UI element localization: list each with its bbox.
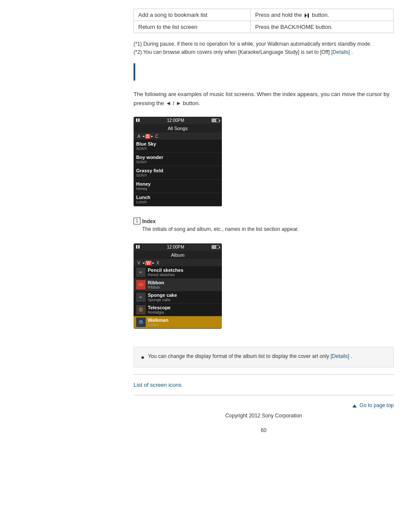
- song-2-title: Boy wonder: [136, 155, 219, 160]
- screen2-wrapper: 12:00PM Album V ◄ W ► X w. Pencil sketch…: [134, 243, 222, 331]
- svg-rect-8: [140, 320, 140, 321]
- callout-description: The initials of song and album, etc., na…: [142, 225, 299, 233]
- horizontal-rule: [134, 374, 394, 375]
- song-4-title: Honey: [136, 181, 219, 187]
- section-blue-bar: [134, 63, 135, 81]
- note-2-details-link[interactable]: [Details]: [331, 49, 350, 55]
- battery-fill-2: [212, 246, 216, 249]
- screen1-song-3: Grassy field SONY: [134, 166, 222, 180]
- screen1-song-1: Blue Sky SONY: [134, 140, 222, 153]
- note-2: (*2) You can browse album covers only wh…: [134, 48, 394, 56]
- tip-details-link[interactable]: [Details]: [330, 353, 349, 359]
- screen2-time: 12:00PM: [167, 245, 184, 249]
- album-thumb-1: w.: [136, 268, 146, 277]
- album-5-title: Walkman: [148, 317, 219, 323]
- album-thumb-2: [136, 280, 146, 289]
- triangle-up-icon: [352, 404, 357, 408]
- section-indicator: [134, 63, 394, 85]
- page-number: 60: [134, 427, 394, 433]
- screen1-wrapper: 12:00PM All Songs A ◄ B ► C 1 Blue Sky S…: [134, 117, 222, 209]
- screen1-song-4: Honey Honey: [134, 180, 222, 193]
- tip-box: ● You can change the display format of t…: [134, 347, 394, 367]
- screen1-index-bar: A ◄ B ► C 1: [134, 133, 222, 140]
- screen1-header: 12:00PM: [134, 117, 222, 124]
- footer-link-row: List of screen icons: [134, 382, 394, 388]
- button-label-prefix: Press and hold the: [255, 12, 302, 18]
- screen1-song-2: Boy wonder SONY: [134, 153, 222, 166]
- copyright-text: Copyright 2012 Sony Corporation: [134, 413, 394, 419]
- album-5-sub: SONY: [148, 323, 219, 327]
- go-to-page-top-link[interactable]: Go to page top: [360, 402, 394, 408]
- arrow-left-2: ◄: [142, 261, 145, 265]
- album-2-title: Ribbon: [148, 280, 219, 285]
- album-2-sub: Ribbon: [148, 285, 219, 289]
- note-1: (*1) During pause, if there is no operat…: [134, 40, 394, 48]
- button-label-suffix: button.: [312, 12, 329, 18]
- svg-rect-1: [308, 13, 309, 18]
- screen1-time: 12:00PM: [167, 118, 184, 123]
- screen2-album-4: Telescope Nostalgia: [134, 304, 222, 316]
- index-b-selected: B: [145, 134, 151, 139]
- table-cell-action: Return to the list screen: [134, 21, 251, 33]
- song-4-artist: Honey: [136, 187, 219, 191]
- svg-rect-2: [138, 283, 143, 286]
- album-4-sub: Nostalgia: [148, 310, 219, 314]
- svg-marker-3: [140, 282, 142, 283]
- album-1-title: Pencil sketches: [148, 268, 219, 273]
- screen2-device: 12:00PM Album V ◄ W ► X w. Pencil sketch…: [134, 243, 222, 329]
- tip-text: You can change the display format of the…: [148, 353, 329, 359]
- index-x: X: [155, 261, 161, 265]
- tip-period: .: [351, 353, 352, 359]
- pause-bar-1: [136, 118, 137, 122]
- screen2-album-1: w. Pencil sketches Pencil sketches: [134, 266, 222, 279]
- table-cell-button: Press the BACK/HOME button.: [251, 21, 394, 33]
- horizontal-rule-2: [134, 395, 394, 395]
- album-text-5: Walkman SONY: [148, 317, 219, 327]
- screen2-battery: [212, 245, 219, 249]
- song-3-title: Grassy field: [136, 168, 219, 173]
- svg-point-5: [140, 309, 142, 310]
- notes-section: (*1) During pause, if there is no operat…: [134, 40, 394, 56]
- callout-number-1: 1: [134, 218, 140, 224]
- album-thumb-3: w.: [136, 292, 146, 302]
- song-1-artist: SONY: [136, 146, 219, 151]
- album-text-1: Pencil sketches Pencil sketches: [148, 268, 219, 277]
- tip-content: You can change the display format of the…: [148, 352, 352, 361]
- album-3-sub: Sponge cake: [148, 298, 219, 302]
- table-cell-button: Press and hold the button.: [251, 9, 394, 21]
- index-c: C: [154, 134, 159, 139]
- screen1-battery: [212, 118, 219, 122]
- go-to-page-top-row: Go to page top: [134, 402, 394, 408]
- arrow-left-1: ◄: [142, 134, 145, 138]
- screen2-album-2: Ribbon Ribbon: [134, 279, 222, 291]
- screen2-header: 12:00PM: [134, 243, 222, 251]
- callout-index: 1 Index The initials of song and album, …: [134, 218, 394, 233]
- song-2-artist: SONY: [136, 160, 219, 164]
- list-of-screen-icons-link[interactable]: List of screen icons: [134, 382, 181, 388]
- table-cell-action: Add a song to bookmark list: [134, 9, 251, 21]
- screen2-album-5: Walkman SONY: [134, 316, 222, 329]
- album-3-title: Sponge cake: [148, 292, 219, 298]
- album-4-title: Telescope: [148, 305, 219, 310]
- album-text-3: Sponge cake Sponge cake: [148, 292, 219, 302]
- album-text-4: Telescope Nostalgia: [148, 305, 219, 314]
- screen1-pause-icon: [136, 118, 140, 122]
- screen2-pause-icon: [136, 245, 140, 249]
- callout-title: Index: [142, 218, 299, 225]
- pause-bar-4: [138, 245, 140, 249]
- table-row: Return to the list screen Press the BACK…: [134, 21, 394, 33]
- battery-fill: [212, 119, 216, 122]
- table-row: Add a song to bookmark list Press and ho…: [134, 9, 394, 21]
- action-table: Add a song to bookmark list Press and ho…: [134, 9, 394, 33]
- screen1-song-5: Lunch Lunch: [134, 193, 222, 206]
- index-a: A: [136, 134, 142, 139]
- song-3-artist: SONY: [136, 173, 219, 177]
- index-w-selected: W: [145, 261, 152, 265]
- album-thumb-5: [136, 317, 146, 327]
- pause-bar-3: [136, 245, 137, 249]
- song-5-artist: Lunch: [136, 200, 219, 204]
- album-thumb-4: [136, 305, 146, 314]
- arrow-right-1: ►: [150, 134, 154, 138]
- pause-bar-2: [138, 118, 140, 122]
- screen1-title: All Songs: [134, 124, 222, 133]
